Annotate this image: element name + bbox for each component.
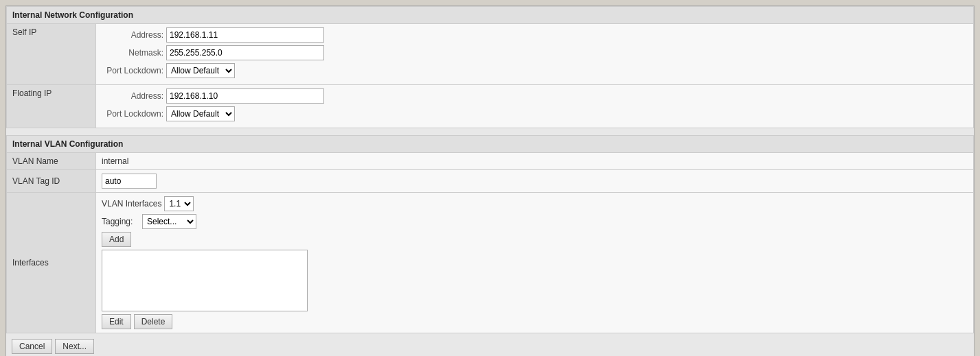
tagging-label: Tagging:	[102, 217, 139, 226]
interfaces-row: Interfaces VLAN Interfaces 1.1 1.2 1.3 T…	[7, 193, 974, 333]
add-button-row: Add	[102, 232, 968, 247]
interfaces-textarea[interactable]	[102, 250, 308, 311]
add-button[interactable]: Add	[102, 232, 131, 247]
vlan-name-label: VLAN Name	[7, 153, 96, 170]
internal-network-title: Internal Network Configuration	[6, 6, 974, 23]
floating-ip-port-lockdown-select[interactable]: Allow Default Allow All Allow None Allow…	[166, 106, 235, 121]
interfaces-label: Interfaces	[7, 193, 96, 333]
self-ip-row: Self IP Address: Netmask: Port Lockdown:…	[7, 24, 974, 85]
vlan-name-value: internal	[96, 153, 974, 170]
vlan-interfaces-label: VLAN Interfaces	[102, 199, 161, 209]
floating-ip-port-lockdown-row: Port Lockdown: Allow Default Allow All A…	[102, 106, 968, 121]
page-wrapper: Internal Network Configuration Self IP A…	[5, 5, 975, 356]
interfaces-cell: VLAN Interfaces 1.1 1.2 1.3 Tagging: Sel…	[96, 193, 974, 333]
vlan-tag-id-label: VLAN Tag ID	[7, 170, 96, 193]
vlan-tag-id-cell	[96, 170, 974, 193]
floating-ip-label: Floating IP	[7, 85, 96, 128]
floating-ip-address-row: Address:	[102, 88, 968, 104]
bottom-buttons: Cancel Next...	[6, 333, 974, 354]
edit-delete-row: Edit Delete	[102, 314, 968, 329]
floating-ip-fields: Address: Port Lockdown: Allow Default Al…	[96, 85, 974, 128]
self-ip-address-input[interactable]	[166, 27, 324, 43]
vlan-name-row: VLAN Name internal	[7, 153, 974, 170]
self-ip-netmask-row: Netmask:	[102, 45, 968, 60]
self-ip-port-lockdown-label: Port Lockdown:	[102, 66, 163, 75]
tagging-row: Tagging: Select... Tagged Untagged	[102, 214, 968, 229]
self-ip-netmask-input[interactable]	[166, 45, 324, 60]
self-ip-address-row: Address:	[102, 27, 968, 43]
next-button[interactable]: Next...	[55, 339, 94, 354]
edit-button[interactable]: Edit	[102, 314, 131, 329]
internal-network-table: Self IP Address: Netmask: Port Lockdown:…	[6, 23, 974, 128]
internal-vlan-table: VLAN Name internal VLAN Tag ID Interface…	[6, 152, 974, 333]
tagging-select[interactable]: Select... Tagged Untagged	[142, 214, 196, 229]
self-ip-netmask-label: Netmask:	[102, 48, 163, 58]
self-ip-address-label: Address:	[102, 30, 163, 40]
internal-vlan-title: Internal VLAN Configuration	[6, 135, 974, 152]
cancel-button[interactable]: Cancel	[12, 339, 52, 354]
self-ip-fields: Address: Netmask: Port Lockdown: Allow D…	[96, 24, 974, 85]
floating-ip-address-label: Address:	[102, 91, 163, 101]
delete-button[interactable]: Delete	[134, 314, 173, 329]
vlan-interfaces-row: VLAN Interfaces 1.1 1.2 1.3	[102, 196, 968, 211]
self-ip-label: Self IP	[7, 24, 96, 85]
floating-ip-address-input[interactable]	[166, 88, 324, 104]
floating-ip-port-lockdown-label: Port Lockdown:	[102, 109, 163, 119]
self-ip-port-lockdown-row: Port Lockdown: Allow Default Allow All A…	[102, 63, 968, 78]
vlan-tag-id-input[interactable]	[102, 174, 157, 189]
floating-ip-row: Floating IP Address: Port Lockdown: Allo…	[7, 85, 974, 128]
vlan-tag-id-row: VLAN Tag ID	[7, 170, 974, 193]
vlan-interfaces-select[interactable]: 1.1 1.2 1.3	[164, 196, 194, 211]
self-ip-port-lockdown-select[interactable]: Allow Default Allow All Allow None Allow…	[166, 63, 235, 78]
